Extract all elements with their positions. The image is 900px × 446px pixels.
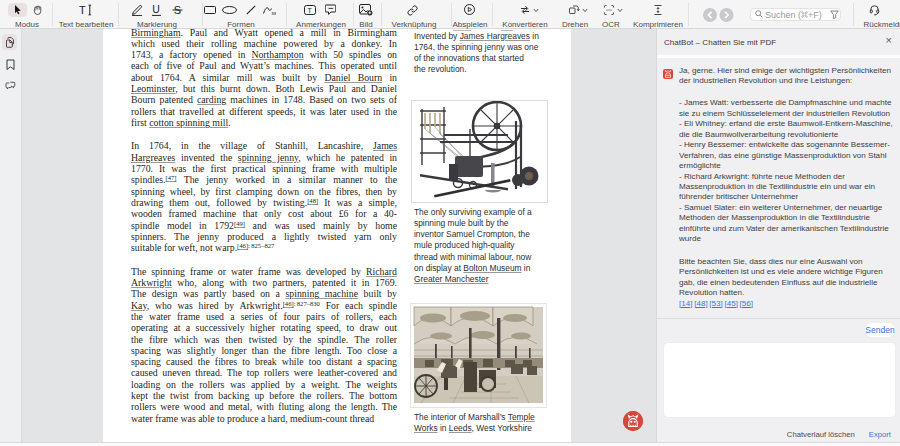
svg-text:T: T — [79, 4, 86, 16]
svg-text:T: T — [308, 6, 313, 13]
svg-text:U: U — [152, 4, 160, 15]
svg-text:ss: ss — [272, 9, 277, 15]
